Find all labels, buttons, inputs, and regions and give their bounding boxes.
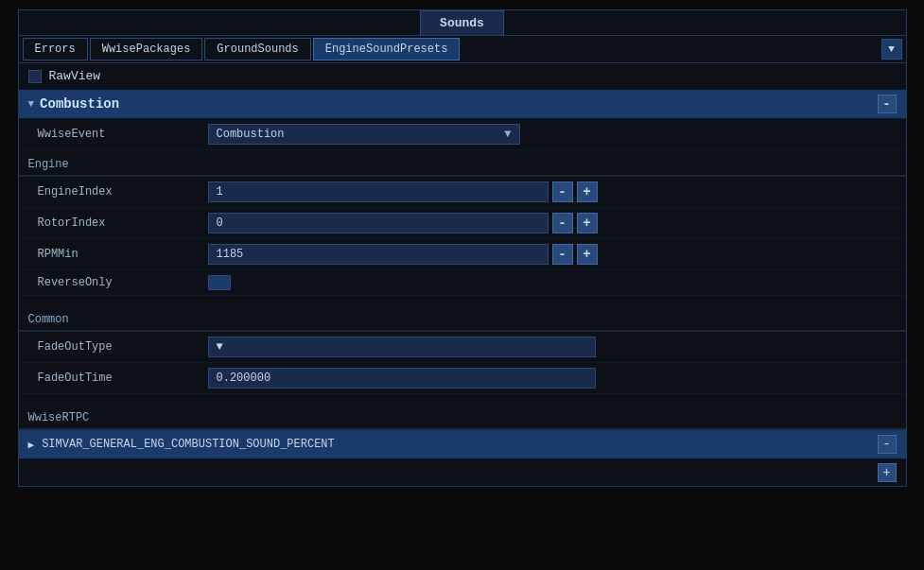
wwise-event-dropdown[interactable]: Combustion ▼ [208,124,520,145]
rpm-min-container: 1185 - + [208,244,887,265]
tabs-dropdown-button[interactable]: ▼ [881,39,902,60]
spacer-1 [19,296,906,305]
wwise-event-dropdown-text: Combustion [217,128,505,141]
engine-index-container: 1 - + [208,181,887,202]
title-tab-bar: Sounds [19,10,906,35]
rotor-index-value: 0 - + [208,213,887,233]
engine-index-plus-button[interactable]: + [577,181,598,202]
reverse-only-toggle[interactable] [208,275,231,290]
rawview-label: RawView [49,69,101,83]
fade-out-time-row: FadeOutTime 0.200000 [19,363,906,394]
tabs-row: Errors WwisePackages GroundSounds Engine… [19,35,906,63]
reverse-only-label: ReverseOnly [38,276,208,289]
rpm-min-label: RPMMin [38,248,208,261]
rpm-min-plus-button[interactable]: + [577,244,598,265]
wwise-event-label: WwiseEvent [38,128,208,141]
combustion-minus-button[interactable]: - [878,95,897,113]
fade-out-type-row: FadeOutType ▼ [19,332,906,363]
rotor-index-label: RotorIndex [38,216,208,230]
fade-out-time-input[interactable]: 0.200000 [208,368,596,389]
rpm-min-minus-button[interactable]: - [552,244,573,265]
rpm-min-value: 1185 - + [208,244,887,265]
window-title: Sounds [420,10,504,35]
tab-errors[interactable]: Errors [23,38,88,60]
engine-index-value: 1 - + [208,181,887,202]
tab-engine-sound-presets[interactable]: EngineSoundPresets [313,38,461,60]
main-window: Sounds Errors WwisePackages GroundSounds… [18,9,907,487]
rtpc-minus-button[interactable]: - [878,435,897,454]
rtpc-item-row: ▶ SIMVAR_GENERAL_ENG_COMBUSTION_SOUND_PE… [19,430,906,459]
engine-index-label: EngineIndex [38,185,208,199]
wwise-event-dropdown-arrow: ▼ [504,128,511,141]
rawview-row: RawView [19,63,906,90]
rtpc-plus-row: + [19,459,906,486]
rtpc-plus-button[interactable]: + [878,463,897,482]
fade-out-time-value: 0.200000 [208,368,887,389]
rpm-min-input[interactable]: 1185 [208,244,549,265]
rpm-min-row: RPMMin 1185 - + [19,239,906,270]
fade-out-type-label: FadeOutType [38,340,208,354]
combustion-title: Combustion [40,96,877,112]
wwise-rtpc-label: WwiseRTPC [19,404,906,429]
rotor-index-plus-button[interactable]: + [577,213,598,233]
fade-out-time-label: FadeOutTime [38,371,208,385]
common-group-label: Common [19,305,906,331]
engine-index-row: EngineIndex 1 - + [19,177,906,208]
fade-out-type-dropdown-arrow: ▼ [217,340,223,354]
wwise-event-value: Combustion ▼ [208,124,887,145]
rawview-checkbox[interactable] [28,70,42,83]
rotor-index-row: RotorIndex 0 - + [19,208,906,239]
rotor-index-minus-button[interactable]: - [552,213,573,233]
reverse-only-row: ReverseOnly [19,270,906,296]
rtpc-item-text: SIMVAR_GENERAL_ENG_COMBUSTION_SOUND_PERC… [42,438,877,451]
rotor-index-input[interactable]: 0 [208,213,549,233]
engine-group-label: Engine [19,150,906,176]
spacer-2 [19,394,906,404]
fade-out-type-value: ▼ [208,337,887,357]
combustion-collapse-icon[interactable]: ▼ [28,98,35,110]
engine-index-input[interactable]: 1 [208,181,549,202]
engine-index-minus-button[interactable]: - [552,181,573,202]
wwise-event-row: WwiseEvent Combustion ▼ [19,119,906,150]
rotor-index-container: 0 - + [208,213,887,233]
fade-out-type-dropdown[interactable]: ▼ [208,337,596,357]
rtpc-play-icon[interactable]: ▶ [28,439,35,451]
tab-ground-sounds[interactable]: GroundSounds [204,38,310,60]
combustion-section-header: ▼ Combustion - [19,90,906,119]
reverse-only-value [208,275,887,290]
tab-wwise-packages[interactable]: WwisePackages [90,38,203,60]
